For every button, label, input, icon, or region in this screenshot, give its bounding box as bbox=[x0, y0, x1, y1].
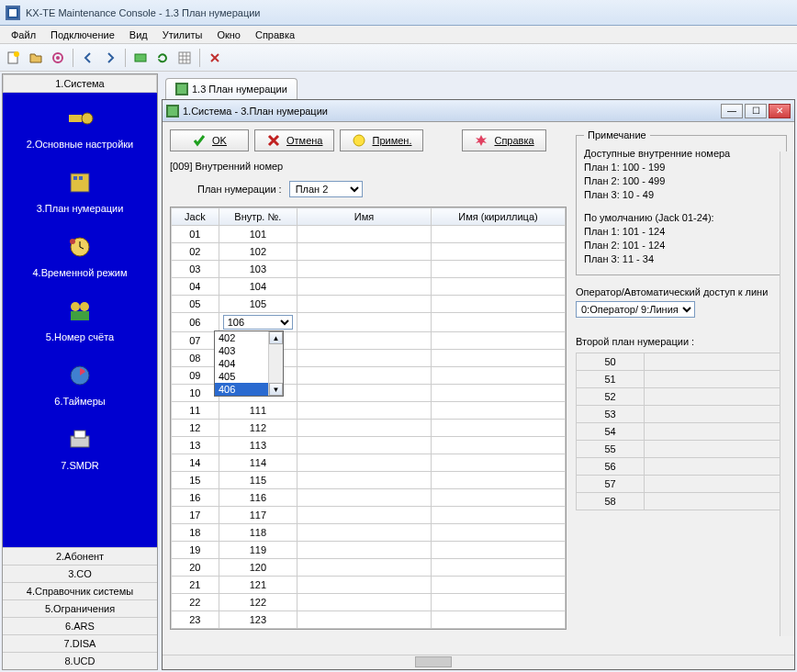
menu-file[interactable]: Файл bbox=[4, 28, 43, 42]
operator-select[interactable]: 0:Оператор/ 9:Линия bbox=[576, 301, 695, 318]
cell-name-cyr[interactable] bbox=[431, 559, 565, 577]
cell-name[interactable] bbox=[297, 313, 432, 332]
cell-name-cyr[interactable] bbox=[431, 296, 565, 313]
toolbar-close-icon[interactable] bbox=[205, 48, 225, 68]
cell-extnum[interactable]: 113 bbox=[219, 437, 297, 454]
sp-cell-val[interactable] bbox=[645, 353, 787, 371]
cell-name-cyr[interactable] bbox=[431, 489, 565, 507]
cell-extnum[interactable]: 120 bbox=[219, 559, 297, 577]
cell-extnum[interactable]: 103 bbox=[219, 261, 297, 278]
sp-cell-val[interactable] bbox=[645, 388, 787, 406]
toolbar-settings-icon[interactable] bbox=[48, 48, 68, 68]
sp-cell-val[interactable] bbox=[645, 493, 787, 510]
sidebar-item-3[interactable]: 5.Номер счёта bbox=[3, 286, 157, 350]
dropdown-scrollbar[interactable]: ▲ ▼ bbox=[268, 331, 283, 396]
cell-extnum[interactable]: 123 bbox=[219, 611, 297, 629]
cell-name[interactable] bbox=[297, 350, 432, 367]
menu-window[interactable]: Окно bbox=[209, 28, 248, 42]
menu-view[interactable]: Вид bbox=[122, 28, 155, 42]
maximize-button[interactable]: ☐ bbox=[745, 104, 767, 118]
sidebar-item-1[interactable]: 3.План нумерации bbox=[3, 157, 157, 221]
cell-extnum[interactable]: 101 bbox=[219, 226, 297, 243]
cell-name-cyr[interactable] bbox=[431, 542, 565, 559]
tab-numbering-plan[interactable]: 1.3 План нумерации bbox=[165, 78, 297, 99]
sidebar-bottom-2[interactable]: 4.Справочник системы bbox=[3, 582, 157, 599]
sp-cell-val[interactable] bbox=[645, 458, 787, 476]
cell-extnum[interactable]: 111 bbox=[219, 402, 297, 420]
sp-cell-num[interactable]: 55 bbox=[577, 441, 645, 458]
cell-name-cyr[interactable] bbox=[431, 226, 565, 243]
cell-name[interactable] bbox=[297, 489, 432, 507]
sidebar-item-0[interactable]: 2.Основные настройки bbox=[3, 93, 157, 157]
cell-name-cyr[interactable] bbox=[431, 524, 565, 542]
cell-extnum[interactable]: 114 bbox=[219, 454, 297, 472]
cell-name[interactable] bbox=[297, 420, 432, 437]
cell-name-cyr[interactable] bbox=[431, 385, 565, 402]
cell-extnum[interactable]: 117 bbox=[219, 507, 297, 524]
cell-name-cyr[interactable] bbox=[431, 437, 565, 454]
sp-cell-num[interactable]: 51 bbox=[577, 371, 645, 388]
cell-extnum[interactable]: 121 bbox=[219, 577, 297, 594]
plan-select[interactable]: План 2 bbox=[289, 181, 363, 197]
sp-cell-num[interactable]: 57 bbox=[577, 476, 645, 493]
cell-name[interactable] bbox=[297, 385, 432, 402]
sidebar-bottom-1[interactable]: 3.CO bbox=[3, 565, 157, 582]
cell-name-cyr[interactable] bbox=[431, 420, 565, 437]
sp-cell-val[interactable] bbox=[645, 476, 787, 493]
close-button[interactable]: ✕ bbox=[769, 104, 791, 118]
menu-help[interactable]: Справка bbox=[248, 28, 302, 42]
col-extnum[interactable]: Внутр. №. bbox=[219, 208, 297, 226]
cell-extnum[interactable]: 115 bbox=[219, 472, 297, 489]
cell-name[interactable] bbox=[297, 524, 432, 542]
sidebar-header[interactable]: 1.Система bbox=[3, 74, 157, 93]
horizontal-scrollbar[interactable] bbox=[163, 655, 794, 669]
sp-cell-val[interactable] bbox=[645, 423, 787, 441]
cell-name[interactable] bbox=[297, 332, 432, 350]
sp-cell-num[interactable]: 58 bbox=[577, 493, 645, 510]
cell-name[interactable] bbox=[297, 278, 432, 296]
cell-name[interactable] bbox=[297, 261, 432, 278]
sp-cell-val[interactable] bbox=[645, 441, 787, 458]
cell-name-cyr[interactable] bbox=[431, 611, 565, 629]
cell-name-cyr[interactable] bbox=[431, 278, 565, 296]
cell-name[interactable] bbox=[297, 594, 432, 611]
sp-cell-num[interactable]: 53 bbox=[577, 406, 645, 423]
cell-name-cyr[interactable] bbox=[431, 507, 565, 524]
sidebar-item-2[interactable]: 4.Временной режим bbox=[3, 221, 157, 286]
sidebar-bottom-4[interactable]: 6.ARS bbox=[3, 617, 157, 634]
toolbar-open-icon[interactable] bbox=[26, 48, 46, 68]
cancel-button[interactable]: Отмена bbox=[254, 129, 334, 151]
cell-extnum[interactable]: 105 bbox=[219, 296, 297, 313]
cell-name[interactable] bbox=[297, 454, 432, 472]
cell-name[interactable] bbox=[297, 243, 432, 261]
toolbar-forward-icon[interactable] bbox=[100, 48, 120, 68]
col-jack[interactable]: Jack bbox=[172, 208, 219, 226]
col-name-cyr[interactable]: Имя (кириллица) bbox=[431, 208, 565, 226]
sp-cell-val[interactable] bbox=[645, 406, 787, 423]
sp-cell-num[interactable]: 52 bbox=[577, 388, 645, 406]
sidebar-bottom-5[interactable]: 7.DISA bbox=[3, 634, 157, 652]
cell-name-cyr[interactable] bbox=[431, 350, 565, 367]
cell-name-cyr[interactable] bbox=[431, 243, 565, 261]
toolbar-grid-icon[interactable] bbox=[174, 48, 195, 68]
cell-name-cyr[interactable] bbox=[431, 402, 565, 420]
sidebar-bottom-6[interactable]: 8.UCD bbox=[3, 652, 157, 669]
col-name[interactable]: Имя bbox=[297, 208, 432, 226]
cell-extnum[interactable]: 119 bbox=[219, 542, 297, 559]
cell-name-cyr[interactable] bbox=[431, 261, 565, 278]
cell-name[interactable] bbox=[297, 507, 432, 524]
sidebar-bottom-3[interactable]: 5.Ограничения bbox=[3, 599, 157, 617]
toolbar-back-icon[interactable] bbox=[78, 48, 98, 68]
ok-button[interactable]: OK bbox=[170, 129, 249, 151]
cell-extnum[interactable]: 118 bbox=[219, 524, 297, 542]
cell-name[interactable] bbox=[297, 296, 432, 313]
cell-name[interactable] bbox=[297, 559, 432, 577]
extnum-combo[interactable]: 106 bbox=[223, 315, 293, 330]
extension-dropdown[interactable]: 402403404405406 ▲ ▼ bbox=[214, 330, 284, 397]
cell-name[interactable] bbox=[297, 437, 432, 454]
sp-cell-num[interactable]: 50 bbox=[577, 353, 645, 371]
cell-name[interactable] bbox=[297, 402, 432, 420]
sidebar-item-4[interactable]: 6.Таймеры bbox=[3, 350, 157, 414]
cell-name[interactable] bbox=[297, 542, 432, 559]
toolbar-new-icon[interactable] bbox=[4, 48, 24, 68]
